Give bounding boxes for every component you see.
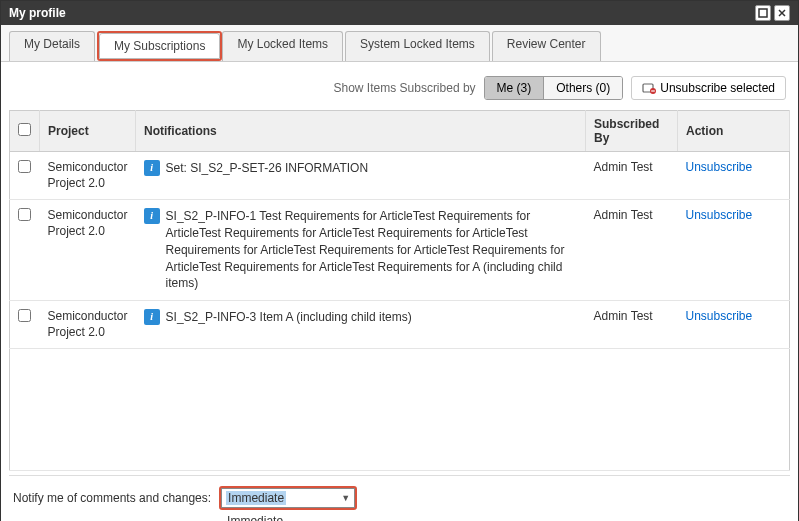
subscribed-by-cell: Admin Test bbox=[586, 200, 678, 301]
select-all-checkbox[interactable] bbox=[18, 123, 31, 136]
notify-dropdown-highlight: Immediate ▼ Immediate Daily Weekly Mute … bbox=[219, 486, 357, 510]
subscribed-by-toggle: Me (3) Others (0) bbox=[484, 76, 624, 100]
notification-cell: i Set: SI_S2_P-SET-26 INFORMATION bbox=[144, 160, 578, 177]
notify-label: Notify me of comments and changes: bbox=[13, 491, 211, 505]
titlebar: My profile bbox=[1, 1, 798, 25]
unsubscribe-link[interactable]: Unsubscribe bbox=[686, 160, 753, 174]
info-icon: i bbox=[144, 309, 160, 325]
notification-text: SI_S2_P-INFO-1 Test Requirements for Art… bbox=[166, 208, 578, 292]
table-header-row: Project Notifications Subscribed By Acti… bbox=[10, 111, 790, 152]
titlebar-buttons bbox=[755, 5, 790, 21]
info-icon: i bbox=[144, 160, 160, 176]
svg-rect-0 bbox=[759, 9, 767, 17]
notification-text: SI_S2_P-INFO-3 Item A (including child i… bbox=[166, 309, 412, 326]
maximize-button[interactable] bbox=[755, 5, 771, 21]
toggle-me[interactable]: Me (3) bbox=[485, 77, 545, 99]
notify-dropdown[interactable]: Immediate ▼ bbox=[221, 488, 355, 508]
notification-cell: i SI_S2_P-INFO-3 Item A (including child… bbox=[144, 309, 578, 326]
project-cell: Semiconductor Project 2.0 bbox=[40, 152, 136, 200]
content-area: Show Items Subscribed by Me (3) Others (… bbox=[1, 62, 798, 521]
notify-dropdown-options: Immediate Daily Weekly Mute All Notifica… bbox=[221, 510, 355, 521]
notification-cell: i SI_S2_P-INFO-1 Test Requirements for A… bbox=[144, 208, 578, 292]
row-checkbox[interactable] bbox=[18, 160, 31, 173]
unsubscribe-selected-label: Unsubscribe selected bbox=[660, 81, 775, 95]
unsubscribe-link[interactable]: Unsubscribe bbox=[686, 309, 753, 323]
row-checkbox[interactable] bbox=[18, 309, 31, 322]
svg-rect-5 bbox=[651, 90, 655, 91]
header-project[interactable]: Project bbox=[40, 111, 136, 152]
table-row: Semiconductor Project 2.0 i Set: SI_S2_P… bbox=[10, 152, 790, 200]
table-row: Semiconductor Project 2.0 i SI_S2_P-INFO… bbox=[10, 200, 790, 301]
header-notifications[interactable]: Notifications bbox=[136, 111, 586, 152]
filter-bar: Show Items Subscribed by Me (3) Others (… bbox=[9, 70, 790, 106]
header-action[interactable]: Action bbox=[678, 111, 790, 152]
tab-my-subscriptions[interactable]: My Subscriptions bbox=[99, 33, 220, 59]
tab-my-locked-items[interactable]: My Locked Items bbox=[222, 31, 343, 61]
window-title: My profile bbox=[9, 6, 66, 20]
tab-bar: My Details My Subscriptions My Locked It… bbox=[1, 25, 798, 62]
unsubscribe-icon bbox=[642, 81, 656, 95]
subscribed-by-cell: Admin Test bbox=[586, 152, 678, 200]
table-empty-space bbox=[10, 349, 790, 471]
table-row: Semiconductor Project 2.0 i SI_S2_P-INFO… bbox=[10, 301, 790, 349]
info-icon: i bbox=[144, 208, 160, 224]
chevron-down-icon: ▼ bbox=[341, 493, 350, 503]
project-cell: Semiconductor Project 2.0 bbox=[40, 200, 136, 301]
unsubscribe-link[interactable]: Unsubscribe bbox=[686, 208, 753, 222]
profile-window: My profile My Details My Subscriptions M… bbox=[0, 0, 799, 521]
row-checkbox[interactable] bbox=[18, 208, 31, 221]
subscribed-by-cell: Admin Test bbox=[586, 301, 678, 349]
subscriptions-table: Project Notifications Subscribed By Acti… bbox=[9, 110, 790, 471]
tab-my-subscriptions-highlight: My Subscriptions bbox=[97, 31, 222, 61]
tab-review-center[interactable]: Review Center bbox=[492, 31, 601, 61]
header-subscribed-by[interactable]: Subscribed By bbox=[586, 111, 678, 152]
notify-row: Notify me of comments and changes: Immed… bbox=[9, 475, 790, 520]
unsubscribe-selected-button[interactable]: Unsubscribe selected bbox=[631, 76, 786, 100]
project-cell: Semiconductor Project 2.0 bbox=[40, 301, 136, 349]
close-button[interactable] bbox=[774, 5, 790, 21]
header-checkbox-col bbox=[10, 111, 40, 152]
notify-dropdown-value: Immediate bbox=[226, 491, 286, 505]
filter-label: Show Items Subscribed by bbox=[334, 81, 476, 95]
notify-dropdown-wrap: Immediate ▼ Immediate Daily Weekly Mute … bbox=[219, 486, 357, 510]
notify-option-immediate[interactable]: Immediate bbox=[221, 510, 355, 521]
tab-system-locked-items[interactable]: System Locked Items bbox=[345, 31, 490, 61]
notification-text: Set: SI_S2_P-SET-26 INFORMATION bbox=[166, 160, 369, 177]
toggle-others[interactable]: Others (0) bbox=[544, 77, 622, 99]
tab-my-details[interactable]: My Details bbox=[9, 31, 95, 61]
